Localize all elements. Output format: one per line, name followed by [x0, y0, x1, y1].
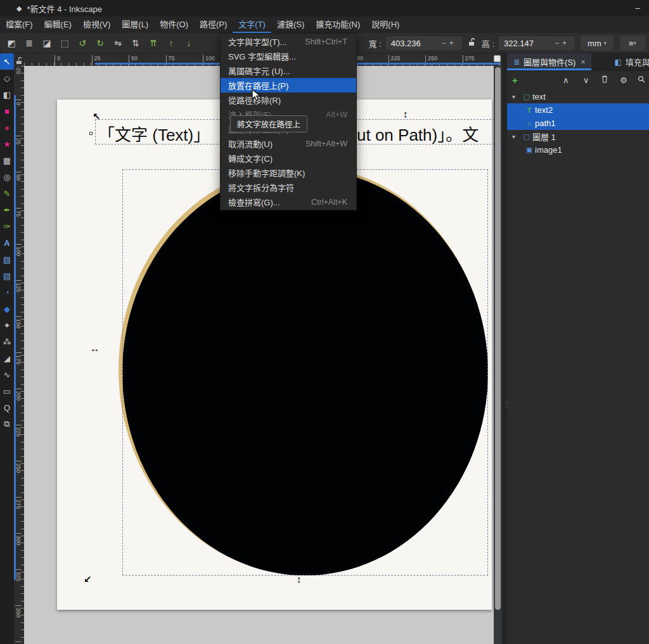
- close-tab-icon[interactable]: ×: [581, 58, 585, 67]
- flip-horizontal-icon[interactable]: ⇋: [109, 38, 127, 48]
- rotate-ccw-icon[interactable]: ↺: [74, 38, 91, 48]
- vertical-ruler[interactable]: -250255075100125150175200225250275300325…: [14, 66, 24, 644]
- spray-tool-icon[interactable]: ⁂: [0, 333, 14, 350]
- tree-row-text-group[interactable]: ▾ ▢ text: [507, 90, 649, 103]
- deselect-icon[interactable]: ◪: [38, 38, 56, 48]
- move-up-button[interactable]: ∧: [563, 75, 569, 85]
- eraser-tool-icon[interactable]: ◢: [0, 350, 14, 366]
- menu-item-remove-from-path[interactable]: 從路徑移除(R): [221, 93, 356, 107]
- pencil-tool-icon[interactable]: ✎: [0, 185, 14, 202]
- raise-to-top-icon[interactable]: ⇈: [145, 38, 162, 48]
- pages-tool-icon[interactable]: ⧉: [0, 416, 14, 432]
- menu-item-check-spelling[interactable]: 檢查拼寫(G)...Ctrl+Alt+K: [221, 195, 356, 209]
- paint-bucket-tool-icon[interactable]: ◆: [0, 300, 14, 317]
- selection-frame-icon[interactable]: ⬚: [56, 38, 74, 48]
- menu-item-text-and-font[interactable]: 文字與字型(T)...Shift+Ctrl+T: [221, 34, 356, 49]
- rotate-handle-top-left[interactable]: ↖: [93, 112, 101, 121]
- rotate-cw-icon[interactable]: ↻: [91, 38, 109, 48]
- canvas-text-right[interactable]: ut on Path)」。文: [357, 122, 479, 145]
- menu-item-unicode-characters[interactable]: 萬國碼字元 (U)...: [221, 63, 356, 78]
- select-all-icon[interactable]: ◩: [3, 38, 20, 48]
- menu-text[interactable]: 文字(T): [233, 16, 271, 33]
- width-spin-buttons[interactable]: −+: [442, 39, 457, 48]
- vruler-label: 375: [15, 641, 22, 644]
- add-layer-button[interactable]: +: [512, 75, 518, 86]
- menu-item-svg-font-editor[interactable]: SVG 字型編輯器...: [221, 49, 356, 63]
- tree-row-image1[interactable]: ▣ image1: [507, 143, 649, 157]
- tree-row-text2[interactable]: T text2: [507, 103, 649, 117]
- menu-item-convert-to-text[interactable]: 轉成文字(C): [221, 151, 356, 165]
- zoom-tool-icon[interactable]: Q: [0, 399, 14, 416]
- node-tool-icon[interactable]: ◇: [0, 70, 14, 86]
- height-spin-buttons[interactable]: −+: [555, 39, 570, 48]
- tree-row-layer-1[interactable]: ▾ ▢ 圖層 1: [507, 130, 649, 143]
- menu-extensions[interactable]: 擴充功能(N): [310, 16, 366, 33]
- lower-icon[interactable]: ↓: [180, 38, 198, 48]
- rotate-handle-bottom-left[interactable]: ↙: [84, 574, 92, 584]
- width-value[interactable]: 403.236: [391, 39, 442, 48]
- select-all-layers-icon[interactable]: ≣: [20, 38, 38, 48]
- delete-icon[interactable]: [601, 75, 608, 85]
- vruler-label: 350: [15, 605, 22, 617]
- menu-view[interactable]: 檢視(V): [77, 16, 116, 33]
- menu-path[interactable]: 路徑(P): [194, 16, 233, 33]
- box-3d-tool-icon[interactable]: ▦: [0, 152, 14, 169]
- menu-object[interactable]: 物件(O): [154, 16, 194, 33]
- height-value[interactable]: 322.147: [504, 39, 555, 48]
- tab-layers-and-objects[interactable]: ≣ 圖層與物件(S) ×: [507, 53, 591, 70]
- menu-edit[interactable]: 編輯(E): [39, 16, 77, 33]
- text-tool-icon[interactable]: A: [0, 235, 14, 251]
- canvas-vertical-scrollbar[interactable]: [494, 66, 502, 644]
- ruler-lock-icon[interactable]: [16, 56, 22, 66]
- image-object-icon: ▣: [524, 146, 535, 154]
- width-field[interactable]: 403.236 −+: [385, 35, 463, 51]
- layers-panel-toolbar: + ∧ ∨ ⚙: [507, 71, 649, 89]
- menu-item-put-on-path[interactable]: 放置在路徑上(P): [221, 78, 356, 93]
- skew-handle-top[interactable]: ↕: [403, 109, 408, 119]
- menu-layer[interactable]: 圖層(L): [116, 16, 154, 33]
- move-down-button[interactable]: ∨: [583, 75, 589, 85]
- dropper-tool-icon[interactable]: ◔: [0, 284, 14, 300]
- layer-icon: ▢: [521, 132, 532, 141]
- skew-handle-bottom[interactable]: ↕: [297, 574, 302, 584]
- ellipse-tool-icon[interactable]: ●: [0, 119, 14, 136]
- menu-item-split-text-to-glyphs[interactable]: 將文字拆分為字符: [221, 180, 356, 195]
- chevron-down-icon[interactable]: ▾: [512, 133, 521, 140]
- spiral-tool-icon[interactable]: ◎: [0, 169, 14, 185]
- height-field[interactable]: 322.147 −+: [498, 35, 575, 51]
- lock-ratio-icon[interactable]: [468, 38, 475, 48]
- scrollbar-thumb[interactable]: [495, 67, 501, 610]
- selector-tool-icon[interactable]: ↖: [0, 53, 14, 70]
- menu-item-unflow[interactable]: 取消流動(U)Shift+Alt+W: [221, 136, 356, 151]
- mesh-gradient-tool-icon[interactable]: ▤: [0, 267, 14, 284]
- connector-tool-icon[interactable]: ∿: [0, 366, 14, 383]
- chevron-down-icon[interactable]: ▾: [512, 93, 521, 100]
- settings-gear-icon[interactable]: ⚙: [620, 75, 627, 85]
- bezier-pen-tool-icon[interactable]: ✒: [0, 202, 14, 218]
- minimize-button[interactable]: –: [635, 0, 640, 16]
- menu-filters[interactable]: 濾鏡(S): [271, 16, 310, 33]
- text-anchor-handle[interactable]: [89, 132, 93, 135]
- menu-help[interactable]: 說明(H): [366, 16, 405, 33]
- raise-icon[interactable]: ↑: [162, 38, 180, 48]
- panel-divider[interactable]: ⋮: [502, 53, 507, 644]
- tab-fill-and-stroke[interactable]: ◧ 填充與邊框: [608, 53, 649, 70]
- calligraphy-tool-icon[interactable]: ✑: [0, 218, 14, 235]
- skew-handle-left[interactable]: ↔: [90, 344, 100, 353]
- gradient-tool-icon[interactable]: ▨: [0, 251, 14, 267]
- star-tool-icon[interactable]: ★: [0, 136, 14, 152]
- dock-tab-bar: ≣ 圖層與物件(S) × ◧ 填充與邊框: [507, 53, 649, 71]
- rectangle-tool-icon[interactable]: ■: [0, 103, 14, 119]
- flip-vertical-icon[interactable]: ⇅: [127, 38, 145, 48]
- canvas-text-left[interactable]: 「文字 (Text)」: [98, 122, 210, 145]
- ruler-corner-widget[interactable]: [494, 55, 501, 62]
- menu-file[interactable]: 檔案(F): [0, 16, 39, 33]
- shape-builder-tool-icon[interactable]: ◧: [0, 86, 14, 103]
- units-dropdown[interactable]: mm ▾: [581, 35, 614, 51]
- menu-item-remove-manual-kerns[interactable]: 移除手動字距調整(K): [221, 165, 356, 180]
- tweak-tool-icon[interactable]: ✦: [0, 317, 14, 333]
- toolbar-options-dropdown[interactable]: ≡▾: [620, 35, 645, 51]
- search-icon[interactable]: [638, 75, 645, 85]
- tree-row-path1[interactable]: ○ path1: [507, 117, 649, 130]
- measure-tool-icon[interactable]: ▭: [0, 383, 14, 399]
